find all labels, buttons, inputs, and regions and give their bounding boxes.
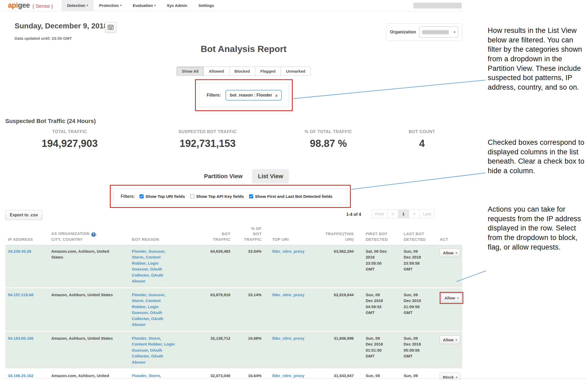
ip-address-link[interactable]: 34.196.25.162 (8, 373, 33, 378)
annotation-checkbox-note: Checked boxes correspond to displayed co… (488, 138, 588, 176)
checkbox-input[interactable] (190, 194, 194, 198)
apigee-sense-logo: apigee { Sense } (8, 1, 53, 10)
page-title: Bot Analysis Report (0, 44, 487, 54)
action-dropdown-button[interactable]: Allow▾ (440, 248, 460, 257)
nav-item-label: Evaluation (133, 3, 153, 8)
caret-down-icon: ▾ (454, 30, 455, 34)
caret-down-icon: ▾ (87, 4, 88, 7)
calendar-button[interactable] (105, 22, 116, 33)
filter-chip-bot-reason[interactable]: bot_reason : Flooder x (226, 90, 282, 101)
bot-reason-link[interactable]: Guessor, (148, 249, 165, 254)
top-uri-link[interactable]: /bbc_nitro_proxy (272, 249, 305, 254)
stat-pct-total-traffic: % OF TOTAL TRAFFIC 98.87 % (276, 129, 381, 149)
action-cell: Allow▾ (430, 245, 462, 288)
ip-address-link[interactable]: 54.157.219.68 (8, 292, 33, 297)
action-cell: Allow▾ (430, 288, 462, 331)
organization-select[interactable]: ▾ (419, 27, 458, 38)
nav-item-sys-admin[interactable]: Sys Admin (161, 0, 193, 11)
tab-partition-view[interactable]: Partition View (198, 169, 248, 184)
checkbox-show-top-uri-fields[interactable]: Show Top URI fields (140, 194, 185, 199)
tab-list-view[interactable]: List View (252, 169, 289, 184)
bot-reason-link[interactable]: Flooder, (132, 373, 149, 378)
caret-down-icon: ▾ (154, 4, 156, 7)
top-uri-link[interactable]: /bbc_nitro_proxy (272, 373, 305, 378)
col-header-bot-traffic: BOTTRAFFIC (187, 224, 231, 245)
top-uri-link[interactable]: /bbc_nitro_proxy (272, 292, 305, 297)
col-header-ip-address: IP ADDRESS (5, 224, 46, 245)
tab-flagged[interactable]: Flagged (255, 67, 281, 76)
first-bot-detected-cell: Sat, 08 Dec 2018 23:55:00 GMT (354, 245, 392, 288)
annotation-filter-note: How results in the List View below are f… (488, 26, 588, 92)
logo-gee: gee (18, 1, 30, 10)
as-organization-cell: Amazon, Ashburn, United States (46, 288, 127, 331)
bot-reason-link[interactable]: Storm, (148, 373, 161, 378)
action-label: Allow (444, 296, 455, 300)
caret-down-icon: ▾ (457, 296, 459, 299)
next-panel-edge (2, 378, 586, 380)
page-button--: < (387, 209, 398, 218)
page-button-1[interactable]: 1 (398, 209, 409, 218)
column-filters-bar: Filters: Show Top URI fieldsShow Top API… (114, 188, 347, 204)
bot-reason-link[interactable]: Content Robber, (132, 342, 164, 346)
organization-box: Organization ▾ (386, 23, 462, 41)
top-uri-cell: /bbc_nitro_proxy (262, 245, 308, 288)
bot-reason-link[interactable]: Guessor, (148, 292, 165, 297)
checkbox-annotation-red-box: Filters: Show Top URI fieldsShow Top API… (110, 185, 351, 208)
bot-reason-link[interactable]: Storm, (132, 298, 146, 303)
nav-item-detection[interactable]: Detection▾ (62, 0, 94, 11)
ip-address-link[interactable]: 34.239.45.28 (8, 249, 31, 254)
table-header-row: IP ADDRESSAS ORGANIZATION?,CITY, COUNTRY… (5, 224, 462, 245)
stat-total-traffic: TOTAL TRAFFIC 194,927,903 (0, 129, 139, 149)
bot-reason-link[interactable]: Storm, (132, 255, 146, 259)
nav-item-protection[interactable]: Protection▾ (94, 0, 127, 11)
ip-cell: 54.157.219.68 (5, 288, 46, 331)
col-header--of-bot-traffic: % OFBOTTRAFFIC (230, 224, 262, 245)
nav-item-settings[interactable]: Settings (193, 0, 220, 11)
bot-reason-link[interactable]: Flooder, (132, 292, 149, 297)
tab-blocked[interactable]: Blocked (229, 67, 255, 76)
checkbox-input[interactable] (249, 194, 253, 198)
action-dropdown-button[interactable]: Allow▾ (441, 294, 462, 302)
checkbox-show-first-and-last-bot-detected-fields[interactable]: Show First and Last Bot Detected fields (249, 194, 332, 199)
bot-traffic-cell: 63,879,918 (187, 288, 231, 331)
last-bot-detected-cell: Sun, 09 Dec 2018 21:09:58 GMT (392, 288, 430, 331)
export-csv-button[interactable]: Export to .csv (5, 210, 42, 220)
bot-reason-link[interactable]: Flooder, (132, 249, 149, 254)
stat-suspected-bot-traffic: SUSPECTED BOT TRAFFIC 192,731,153 (139, 129, 276, 149)
top-uri-link[interactable]: /bbc_nitro_proxy (272, 336, 305, 340)
close-icon[interactable]: x (275, 93, 277, 98)
bot-analysis-page: apigee { Sense } Detection▾Protection▾Ev… (0, 0, 588, 380)
nav-item-evaluation[interactable]: Evaluation▾ (127, 0, 161, 11)
last-bot-detected-cell: Sun, 09 Dec 2018 05:09:58 GMT (392, 331, 430, 369)
action-cell: Allow▾ (430, 331, 462, 369)
ip-address-link[interactable]: 54.163.85.156 (8, 336, 33, 340)
pct-bot-traffic-cell: 16.68% (230, 331, 262, 369)
caret-down-icon: ▾ (456, 251, 457, 254)
col-header-act: ACT (430, 224, 462, 245)
annotation-action-note: Actions you can take for requests from t… (488, 205, 588, 252)
col-header-last-bot-detected: LAST BOTDETECTED (392, 224, 430, 245)
column-filters-label: Filters: (121, 194, 135, 199)
tab-show-all[interactable]: Show All (176, 67, 204, 76)
user-account-redacted[interactable] (413, 3, 462, 8)
nav-item-label: Protection (99, 3, 119, 8)
filters-bar: Filters: bot_reason : Flooder x (199, 83, 289, 107)
filter-annotation-red-box: Filters: bot_reason : Flooder x (195, 79, 293, 111)
status-tab-group: Show AllAllowedBlockedFlaggedUnmarked (176, 67, 311, 76)
help-icon[interactable]: ? (91, 232, 96, 237)
checkbox-input[interactable] (140, 194, 144, 198)
page-button--: > (409, 209, 420, 218)
action-dropdown-button[interactable]: Allow▾ (440, 335, 460, 344)
filters-label: Filters: (207, 93, 221, 98)
ip-cell: 54.163.85.156 (5, 331, 46, 369)
view-toggle: Partition ViewList View (0, 169, 487, 184)
action-annotation-red-box: Allow▾ (440, 292, 463, 304)
checkbox-label: Show First and Last Bot Detected fields (255, 194, 332, 199)
col-header-bot-reason: BOT REASON (127, 224, 187, 245)
bot-reason-link[interactable]: Storm, (148, 336, 161, 340)
table-row: 34.239.45.28Amazon.com, Ashburn, United … (5, 245, 462, 288)
checkbox-show-top-api-key-fields[interactable]: Show Top API Key fields (190, 194, 244, 199)
bot-reason-link[interactable]: Flooder, (132, 336, 149, 340)
tab-allowed[interactable]: Allowed (204, 67, 230, 76)
tab-unmarked[interactable]: Unmarked (280, 67, 310, 76)
